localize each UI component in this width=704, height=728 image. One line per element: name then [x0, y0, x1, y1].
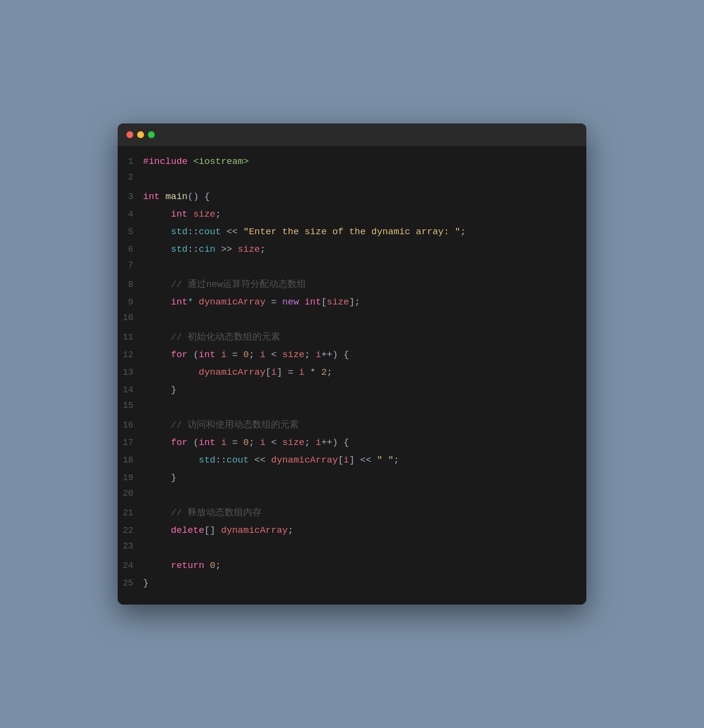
line-number: 6: [118, 244, 143, 254]
line-content: int main() {: [143, 190, 210, 204]
line-number: 18: [118, 455, 143, 465]
code-line-15: 15: [118, 400, 586, 417]
line-number: 13: [118, 367, 143, 377]
code-line-5: 5 std::cout << "Enter the size of the dy…: [118, 224, 586, 242]
code-line-24: 24 return 0;: [118, 558, 586, 575]
code-line-22: 22 delete[] dynamicArray;: [118, 523, 586, 540]
line-content: int* dynamicArray = new int[size];: [143, 295, 360, 309]
line-content: dynamicArray[i] = i * 2;: [143, 365, 332, 380]
line-content: // 访问和使用动态数组的元素: [143, 418, 299, 432]
code-line-2: 2: [118, 171, 586, 189]
code-window: 1 #include <iostream> 2 3 int main() { 4…: [118, 123, 586, 605]
code-line-1: 1 #include <iostream>: [118, 154, 586, 171]
code-line-9: 9 int* dynamicArray = new int[size];: [118, 294, 586, 312]
line-number: 7: [118, 260, 143, 270]
line-content: std::cout << dynamicArray[i] << " ";: [143, 453, 399, 467]
line-content: delete[] dynamicArray;: [143, 524, 293, 538]
line-content: }: [143, 383, 176, 397]
line-content: return 0;: [143, 559, 221, 573]
code-line-11: 11 // 初始化动态数组的元素: [118, 329, 586, 347]
line-content: for (int i = 0; i < size; i++) {: [143, 348, 349, 362]
maximize-button[interactable]: [148, 131, 155, 138]
line-content: int size;: [143, 207, 221, 222]
close-button[interactable]: [126, 131, 133, 138]
line-content: std::cout << "Enter the size of the dyna…: [143, 225, 466, 239]
line-number: 16: [118, 420, 143, 430]
code-line-12: 12 for (int i = 0; i < size; i++) {: [118, 347, 586, 364]
line-number: 15: [118, 401, 143, 410]
code-line-4: 4 int size;: [118, 206, 586, 224]
line-number: 5: [118, 227, 143, 237]
code-line-25: 25 }: [118, 575, 586, 593]
code-line-7: 7: [118, 259, 586, 277]
code-line-16: 16 // 访问和使用动态数组的元素: [118, 417, 586, 435]
line-content: std::cin >> size;: [143, 243, 266, 257]
code-line-21: 21 // 释放动态数组内存: [118, 505, 586, 523]
line-content: // 通过new运算符分配动态数组: [143, 278, 306, 292]
code-line-20: 20: [118, 487, 586, 505]
code-editor[interactable]: 1 #include <iostream> 2 3 int main() { 4…: [118, 146, 586, 605]
line-number: 21: [118, 508, 143, 518]
code-line-8: 8 // 通过new运算符分配动态数组: [118, 277, 586, 294]
code-line-23: 23: [118, 540, 586, 558]
line-number: 9: [118, 297, 143, 307]
line-number: 11: [118, 332, 143, 342]
code-line-14: 14 }: [118, 382, 586, 400]
line-number: 23: [118, 541, 143, 551]
line-number: 3: [118, 192, 143, 202]
line-content: }: [143, 576, 148, 590]
line-number: 20: [118, 488, 143, 498]
line-number: 8: [118, 280, 143, 289]
title-bar: [118, 123, 586, 146]
line-number: 25: [118, 578, 143, 588]
code-line-13: 13 dynamicArray[i] = i * 2;: [118, 364, 586, 382]
line-number: 10: [118, 313, 143, 323]
line-number: 4: [118, 209, 143, 219]
code-line-10: 10: [118, 312, 586, 329]
line-content: }: [143, 471, 176, 485]
line-number: 2: [118, 172, 143, 182]
line-number: 1: [118, 157, 143, 166]
line-content: // 释放动态数组内存: [143, 506, 262, 520]
minimize-button[interactable]: [137, 131, 144, 138]
line-number: 19: [118, 473, 143, 483]
line-number: 17: [118, 438, 143, 447]
code-line-17: 17 for (int i = 0; i < size; i++) {: [118, 435, 586, 452]
line-number: 12: [118, 350, 143, 360]
line-number: 14: [118, 385, 143, 395]
code-line-3: 3 int main() {: [118, 189, 586, 206]
line-content: #include <iostream>: [143, 155, 249, 169]
code-line-19: 19 }: [118, 470, 586, 487]
line-number: 24: [118, 561, 143, 570]
line-content: // 初始化动态数组的元素: [143, 330, 280, 344]
code-line-6: 6 std::cin >> size;: [118, 242, 586, 259]
code-line-18: 18 std::cout << dynamicArray[i] << " ";: [118, 452, 586, 470]
line-content: for (int i = 0; i < size; i++) {: [143, 436, 349, 450]
line-number: 22: [118, 526, 143, 535]
